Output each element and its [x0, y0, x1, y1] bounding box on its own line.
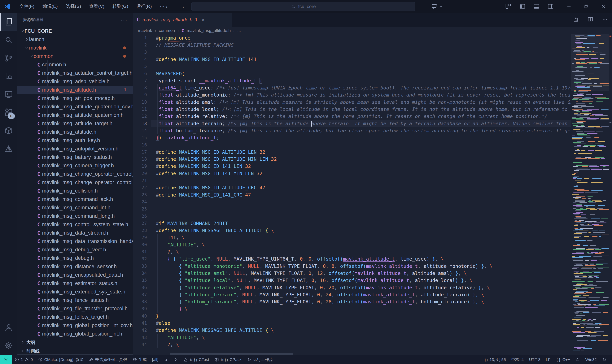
split-editor-icon[interactable] — [587, 16, 594, 23]
tree-file-mavlink_msg_att_pos_mocap.h[interactable]: Cmavlink_msg_att_pos_mocap.h — [17, 94, 133, 103]
tree-file-mavlink_msg_fence_status.h[interactable]: Cmavlink_msg_fence_status.h — [17, 296, 133, 304]
tree-file-mavlink_msg_battery_status.h[interactable]: Cmavlink_msg_battery_status.h — [17, 153, 133, 161]
code-editor[interactable]: 1#pragma once2// MESSAGE ALTITUDE PACKIN… — [133, 34, 571, 355]
status-language-mode[interactable]: {}C++ — [553, 357, 572, 362]
toggle-panel-icon[interactable] — [533, 3, 540, 10]
tree-file-mavlink_msg_attitude_quaternion.h[interactable]: Cmavlink_msg_attitude_quaternion.h — [17, 111, 133, 119]
tree-file-mavlink_msg_global_position_int_cov.h[interactable]: Cmavlink_msg_global_position_int_cov.h — [17, 321, 133, 330]
minimize-button[interactable] — [560, 0, 578, 13]
activity-extensions[interactable]: 6 — [0, 104, 17, 122]
status-cpack[interactable]: 运行 CPack — [212, 357, 244, 362]
tree-file-mavlink_msg_file_transfer_protocol.h[interactable]: Cmavlink_msg_file_transfer_protocol.h — [17, 304, 133, 313]
tree-file-common.h[interactable]: Ccommon.h — [17, 60, 133, 69]
tree-file-mavlink_msg_encapsulated_data.h[interactable]: Cmavlink_msg_encapsulated_data.h — [17, 271, 133, 279]
tree-file-mavlink_msg_estimator_status.h[interactable]: Cmavlink_msg_estimator_status.h — [17, 279, 133, 287]
restore-button[interactable] — [578, 0, 595, 13]
tree-folder-launch[interactable]: launch — [17, 35, 133, 44]
status-encoding[interactable]: UTF-8 — [526, 357, 543, 362]
activity-search[interactable] — [0, 31, 17, 49]
activity-settings[interactable] — [0, 336, 17, 354]
status-cmake-kit[interactable]: 未选择任何工具包 — [86, 357, 130, 362]
status-problems[interactable]: 10 — [12, 357, 35, 362]
customize-layout-icon[interactable] — [505, 3, 511, 10]
tree-file-mavlink_msg_extended_sys_state.h[interactable]: Cmavlink_msg_extended_sys_state.h — [17, 287, 133, 296]
tree-file-mavlink_msg_debug.h[interactable]: Cmavlink_msg_debug.h — [17, 254, 133, 262]
breadcrumb[interactable]: mavlink›common›Cmavlink_msg_altitude.h›.… — [138, 27, 241, 34]
tree-file-mavlink_msg_attitude_quaternion_cov.h[interactable]: Cmavlink_msg_attitude_quaternion_cov.h — [17, 103, 133, 111]
activity-test-adapter[interactable] — [0, 140, 17, 158]
menu-item-0[interactable]: 文件(F) — [15, 0, 39, 13]
editor-horizontal-scrollbar[interactable] — [170, 353, 293, 355]
sidebar-panel-大纲[interactable]: 大纲 — [17, 338, 133, 347]
menu-item-4[interactable]: 转到(G) — [108, 0, 132, 13]
activity-run-debug[interactable] — [0, 67, 17, 85]
tree-file-mavlink_msg_attitude.h[interactable]: Cmavlink_msg_attitude.h — [17, 128, 133, 136]
tree-file-mavlink_msg_auth_key.h[interactable]: Cmavlink_msg_auth_key.h — [17, 136, 133, 144]
status-cursor-position[interactable]: 行 13, 列 55 — [482, 357, 508, 362]
close-button[interactable] — [595, 0, 612, 13]
tree-file-mavlink_msg_data_stream.h[interactable]: Cmavlink_msg_data_stream.h — [17, 229, 133, 237]
menu-item-2[interactable]: 选择(S) — [62, 0, 85, 13]
command-center-search[interactable]: fcu_core — [191, 2, 415, 11]
run-include-icon[interactable] — [572, 16, 579, 23]
nav-back-button[interactable]: ← — [164, 0, 171, 13]
tab-mavlink-msg-altitude[interactable]: C mavlink_msg_altitude.h 1 × — [133, 13, 232, 27]
tree-file-mavlink_msg_debug_vect.h[interactable]: Cmavlink_msg_debug_vect.h — [17, 246, 133, 254]
toggle-sidebar-icon[interactable] — [519, 3, 526, 10]
activity-explorer[interactable] — [0, 13, 17, 31]
tree-file-mavlink_msg_change_operator_control_a...[interactable]: Cmavlink_msg_change_operator_control_a..… — [17, 170, 133, 178]
tree-file-mavlink_msg_distance_sensor.h[interactable]: Cmavlink_msg_distance_sensor.h — [17, 262, 133, 271]
scm-icon — [4, 54, 13, 63]
status-cmake-target[interactable]: [all] — [149, 357, 161, 362]
tree-file-mavlink_msg_command_int.h[interactable]: Cmavlink_msg_command_int.h — [17, 203, 133, 212]
status-cmake-launch[interactable] — [171, 357, 181, 362]
breadcrumb-item[interactable]: ... — [237, 28, 241, 33]
tree-file-mavlink_msg_control_system_state.h[interactable]: Cmavlink_msg_control_system_state.h — [17, 220, 133, 229]
tree-file-mavlink_msg_follow_target.h[interactable]: Cmavlink_msg_follow_target.h — [17, 313, 133, 321]
tree-folder-FCU_CORE[interactable]: FCU_CORE — [17, 27, 133, 35]
status-ctest[interactable]: 运行 CTest — [181, 357, 212, 362]
status-platform[interactable]: Win32 — [583, 357, 599, 362]
status-cmake-status[interactable]: CMake: [Debug]: 就绪 — [35, 357, 86, 362]
breadcrumb-item[interactable]: mavlink_msg_altitude.h — [187, 28, 231, 33]
tree-file-mavlink_msg_command_long.h[interactable]: Cmavlink_msg_command_long.h — [17, 212, 133, 220]
tree-file-mavlink_msg_global_position_int.h[interactable]: Cmavlink_msg_global_position_int.h — [17, 330, 133, 338]
tree-file-mavlink_msg_adsb_vehicle.h[interactable]: Cmavlink_msg_adsb_vehicle.h — [17, 77, 133, 86]
status-indentation[interactable]: 空格: 4 — [508, 357, 526, 362]
tree-file-mavlink_msg_collision.h[interactable]: Cmavlink_msg_collision.h — [17, 187, 133, 195]
breadcrumb-item[interactable]: common — [159, 28, 175, 33]
status-workflow[interactable]: 运行工作流 — [244, 357, 276, 362]
breadcrumb-item[interactable]: mavlink — [138, 28, 152, 33]
tree-file-mavlink_msg_change_operator_control.h[interactable]: Cmavlink_msg_change_operator_control.h — [17, 178, 133, 187]
status-notifications[interactable] — [599, 357, 609, 362]
activity-remote-explorer[interactable] — [0, 85, 17, 104]
nav-forward-button[interactable]: → — [179, 0, 185, 13]
activity-source-control[interactable] — [0, 49, 17, 67]
status-cmake-build[interactable]: 生成 — [130, 357, 149, 362]
activity-cmake[interactable] — [0, 122, 17, 140]
tree-file-mavlink_msg_command_ack.h[interactable]: Cmavlink_msg_command_ack.h — [17, 195, 133, 203]
tree-file-mavlink_msg_actuator_control_target.h[interactable]: Cmavlink_msg_actuator_control_target.h — [17, 69, 133, 77]
tree-folder-common[interactable]: common — [17, 52, 133, 60]
tree-file-mavlink_msg_camera_trigger.h[interactable]: Cmavlink_msg_camera_trigger.h — [17, 161, 133, 170]
menu-item-5[interactable]: 运行(R) — [132, 0, 156, 13]
status-cmake-debug[interactable] — [161, 357, 171, 362]
explorer-more-actions[interactable]: ··· — [121, 16, 128, 23]
menu-item-1[interactable]: 编辑(E) — [39, 0, 62, 13]
tree-file-mavlink_msg_altitude.h[interactable]: Cmavlink_msg_altitude.h1 — [17, 86, 133, 94]
activity-accounts[interactable] — [0, 318, 17, 336]
copilot-button[interactable] — [431, 3, 443, 10]
menu-item-3[interactable]: 查看(V) — [85, 0, 108, 13]
tab-close-icon[interactable]: × — [201, 16, 205, 23]
toggle-secondary-sidebar-icon[interactable] — [547, 3, 554, 10]
remote-indicator[interactable] — [0, 355, 12, 364]
tree-folder-mavlink[interactable]: mavlink — [17, 44, 133, 52]
tree-file-mavlink_msg_data_transmission_handsha...[interactable]: Cmavlink_msg_data_transmission_handsha..… — [17, 237, 133, 246]
status-copilot-status[interactable] — [572, 357, 583, 362]
status-eol[interactable]: LF — [543, 357, 553, 362]
tree-file-mavlink_msg_autopilot_version.h[interactable]: Cmavlink_msg_autopilot_version.h — [17, 144, 133, 153]
tree-file-mavlink_msg_attitude_target.h[interactable]: Cmavlink_msg_attitude_target.h — [17, 119, 133, 128]
sidebar-horizontal-scrollbar[interactable] — [17, 354, 133, 355]
minimap[interactable] — [571, 34, 609, 355]
more-actions-icon[interactable] — [602, 16, 608, 23]
